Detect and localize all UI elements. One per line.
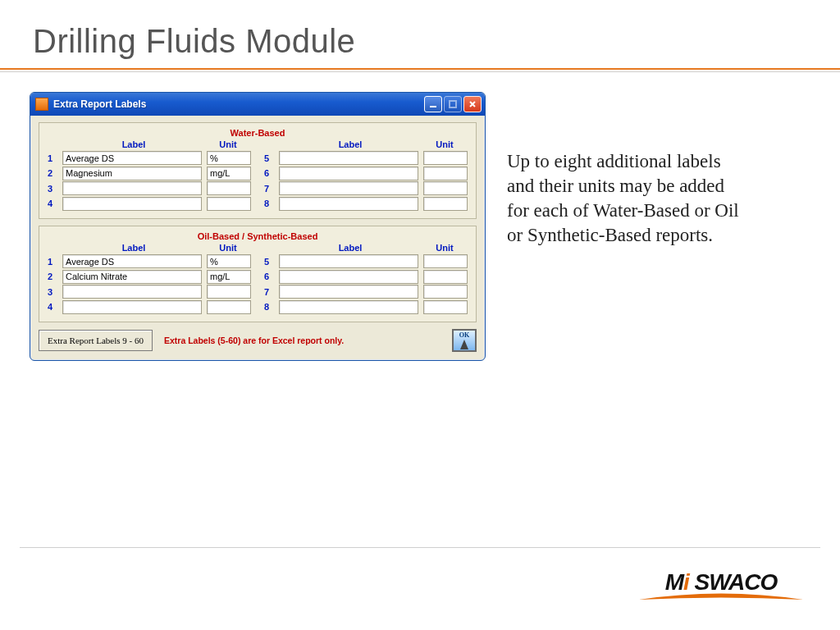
- extra-labels-button[interactable]: Extra Report Labels 9 - 60: [39, 330, 153, 351]
- row-number: 6: [264, 272, 279, 281]
- page-title: Drilling Fluids Module: [0, 0, 840, 68]
- column-header-label: Label: [279, 139, 422, 149]
- unit-input[interactable]: [207, 254, 251, 268]
- row-number: 7: [264, 287, 279, 297]
- label-input[interactable]: [62, 270, 202, 284]
- dialog-window: Extra Report Labels Water-Based LabelUni…: [30, 92, 486, 361]
- panel-title-oil: Oil-Based / Synthetic-Based: [48, 231, 468, 241]
- field-row: 3: [48, 285, 251, 299]
- oil-based-panel: Oil-Based / Synthetic-Based LabelUnit123…: [39, 226, 477, 322]
- column-header-unit: Unit: [205, 139, 251, 149]
- maximize-button: [444, 96, 462, 112]
- row-number: 5: [264, 257, 279, 267]
- swoosh-icon: [635, 592, 807, 604]
- accent-rule: [0, 68, 840, 70]
- field-row: 8: [264, 197, 468, 211]
- unit-input[interactable]: [423, 151, 468, 165]
- field-row: 7: [264, 285, 468, 299]
- unit-input[interactable]: [423, 167, 468, 180]
- logo-text: M: [665, 569, 683, 595]
- svg-rect-0: [430, 106, 436, 107]
- field-row: 8: [264, 300, 468, 314]
- annotation-text: Up to eight additional labels and their …: [486, 92, 756, 361]
- label-input[interactable]: [279, 197, 418, 211]
- column-header-label: Label: [279, 243, 422, 253]
- close-button[interactable]: [463, 96, 482, 112]
- row-number: 2: [48, 168, 62, 178]
- titlebar[interactable]: Extra Report Labels: [30, 93, 485, 116]
- field-row: 2: [48, 270, 251, 284]
- unit-input[interactable]: [207, 181, 251, 195]
- svg-rect-1: [450, 101, 456, 107]
- column-header-label: Label: [62, 243, 205, 253]
- unit-input[interactable]: [423, 270, 468, 284]
- field-row: 5: [264, 254, 468, 268]
- label-input[interactable]: [62, 285, 202, 299]
- label-input[interactable]: [62, 181, 202, 195]
- logo-text-2: SWACO: [689, 569, 778, 595]
- row-number: 1: [48, 257, 62, 267]
- row-number: 8: [264, 302, 279, 312]
- unit-input[interactable]: [207, 285, 251, 299]
- label-input[interactable]: [279, 270, 418, 284]
- field-row: 2: [48, 167, 251, 180]
- unit-input[interactable]: [207, 300, 251, 314]
- column-header-unit: Unit: [422, 139, 468, 149]
- field-row: 6: [264, 270, 468, 284]
- app-icon: [35, 98, 48, 111]
- row-number: 2: [48, 272, 62, 281]
- field-row: 1: [48, 151, 251, 165]
- unit-input[interactable]: [423, 285, 468, 299]
- label-input[interactable]: [279, 300, 418, 314]
- ok-button-label: OK: [459, 331, 469, 339]
- logo-accent-letter: i: [683, 569, 689, 595]
- window-title: Extra Report Labels: [53, 98, 422, 110]
- panel-title-water: Water-Based: [48, 128, 468, 138]
- label-input[interactable]: [62, 254, 202, 268]
- row-number: 8: [264, 199, 279, 208]
- column-header-unit: Unit: [422, 243, 468, 253]
- label-input[interactable]: [62, 197, 202, 211]
- unit-input[interactable]: [423, 181, 468, 195]
- unit-input[interactable]: [423, 197, 468, 211]
- row-number: 4: [48, 302, 62, 312]
- field-row: 4: [48, 300, 251, 314]
- row-number: 7: [264, 184, 279, 194]
- field-row: 6: [264, 167, 468, 180]
- field-row: 3: [48, 181, 251, 195]
- water-based-panel: Water-Based LabelUnit1234 LabelUnit5678: [39, 122, 477, 219]
- unit-input[interactable]: [423, 300, 468, 314]
- row-number: 3: [48, 287, 62, 297]
- ok-button[interactable]: OK: [452, 329, 477, 352]
- brand-logo: Mi SWACO: [635, 569, 807, 604]
- field-row: 1: [48, 254, 251, 268]
- label-input[interactable]: [62, 300, 202, 314]
- label-input[interactable]: [279, 254, 418, 268]
- row-number: 6: [264, 168, 279, 178]
- unit-input[interactable]: [207, 197, 251, 211]
- label-input[interactable]: [279, 167, 418, 180]
- unit-input[interactable]: [207, 151, 251, 165]
- row-number: 5: [264, 153, 279, 163]
- minimize-button[interactable]: [424, 96, 442, 112]
- field-row: 5: [264, 151, 468, 165]
- label-input[interactable]: [279, 151, 418, 165]
- row-number: 3: [48, 184, 62, 194]
- unit-input[interactable]: [207, 270, 251, 284]
- unit-input[interactable]: [423, 254, 468, 268]
- field-row: 7: [264, 181, 468, 195]
- row-number: 1: [48, 153, 62, 163]
- label-input[interactable]: [62, 167, 202, 180]
- column-header-unit: Unit: [205, 243, 251, 253]
- label-input[interactable]: [279, 181, 418, 195]
- rocket-icon: [460, 340, 468, 349]
- extra-labels-note: Extra Labels (5-60) are for Excel report…: [164, 336, 452, 345]
- row-number: 4: [48, 199, 62, 208]
- label-input[interactable]: [62, 151, 202, 165]
- column-header-label: Label: [62, 139, 205, 149]
- footer-divider: [20, 547, 820, 548]
- unit-input[interactable]: [207, 167, 251, 180]
- field-row: 4: [48, 197, 251, 211]
- label-input[interactable]: [279, 285, 418, 299]
